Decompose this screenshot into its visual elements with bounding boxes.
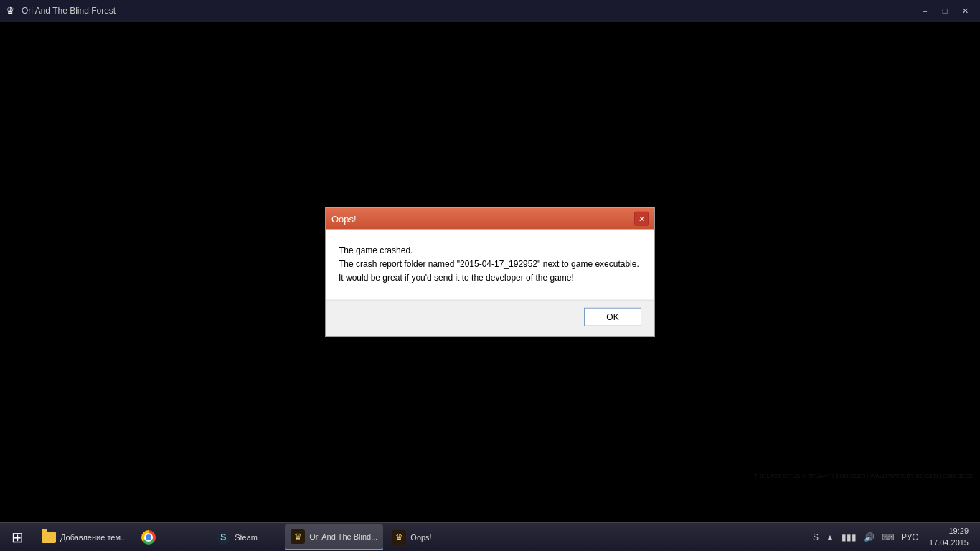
dialog-close-button[interactable]: ✕ <box>634 212 649 226</box>
taskbar-item-folder[interactable]: Добавление тем... <box>36 524 133 550</box>
dialog-content: The game crashed. The crash report folde… <box>326 230 654 293</box>
taskbar-item-steam-label: Steam <box>235 533 258 542</box>
chrome-icon <box>141 530 156 545</box>
taskbar-item-oops[interactable]: ♛ Oops! <box>386 524 458 550</box>
restore-button[interactable]: □ <box>936 4 954 18</box>
message-line3: It would be great if you'd send it to th… <box>339 273 574 283</box>
start-icon: ⊞ <box>11 529 24 546</box>
clock-time: 19:29 <box>929 526 969 537</box>
dialog-title: Oops! <box>331 213 357 224</box>
dialog-footer: OK <box>326 299 654 336</box>
taskbar-item-folder-label: Добавление тем... <box>60 533 127 542</box>
clock[interactable]: 19:29 17.04.2015 <box>923 526 974 548</box>
title-bar: ♛ Ori And The Blind Forest – □ ✕ <box>0 0 980 22</box>
oops-icon: ♛ <box>392 530 406 545</box>
title-bar-title: Ori And The Blind Forest <box>22 6 116 16</box>
dialog-message: The game crashed. The crash report folde… <box>339 244 641 286</box>
clock-date: 17.04.2015 <box>929 537 969 548</box>
title-bar-controls: – □ ✕ <box>915 4 974 18</box>
steam-icon: S <box>216 530 230 545</box>
dialog-titlebar: Oops! ✕ <box>326 208 654 230</box>
tray-network-icon[interactable]: ▲ <box>824 531 837 544</box>
taskbar-item-oops-label: Oops! <box>410 533 431 542</box>
crash-dialog: Oops! ✕ The game crashed. The crash repo… <box>325 207 655 337</box>
message-line1: The game crashed. <box>339 245 413 255</box>
ok-button[interactable]: OK <box>584 307 641 326</box>
tray-volume-icon[interactable]: 🔊 <box>862 531 877 544</box>
tray-lang-indicator[interactable]: РУС <box>899 531 920 544</box>
main-area: Oops! ✕ The game crashed. The crash repo… <box>0 22 980 522</box>
tray-battery-icon[interactable]: ▮▮▮ <box>839 531 859 544</box>
system-tray: S ▲ ▮▮▮ 🔊 ⌨ РУС 19:29 17.04.2015 <box>811 526 980 548</box>
tray-steam-icon[interactable]: S <box>811 531 821 544</box>
taskbar-item-chrome[interactable] <box>136 524 207 550</box>
tray-keyboard-icon[interactable]: ⌨ <box>880 531 896 544</box>
folder-icon <box>42 530 56 545</box>
message-line2: The crash report folder named "2015-04-1… <box>339 259 639 269</box>
minimize-button[interactable]: – <box>915 4 934 18</box>
start-button[interactable]: ⊞ <box>0 523 34 552</box>
taskbar: ⊞ Добавление тем... S Steam ♛ Ori And Th… <box>0 522 980 551</box>
wallpaper-credit: THE LAST OF US © TRUANT | DON-SEER | WAL… <box>754 473 973 479</box>
close-window-button[interactable]: ✕ <box>956 4 974 18</box>
taskbar-item-ori[interactable]: ♛ Ori And The Blind... <box>285 524 383 550</box>
taskbar-item-steam[interactable]: S Steam <box>210 524 282 550</box>
app-icon: ♛ <box>6 5 17 17</box>
title-bar-left: ♛ Ori And The Blind Forest <box>6 5 116 17</box>
ori-game-icon: ♛ <box>291 529 305 544</box>
taskbar-item-ori-label: Ori And The Blind... <box>309 532 377 541</box>
